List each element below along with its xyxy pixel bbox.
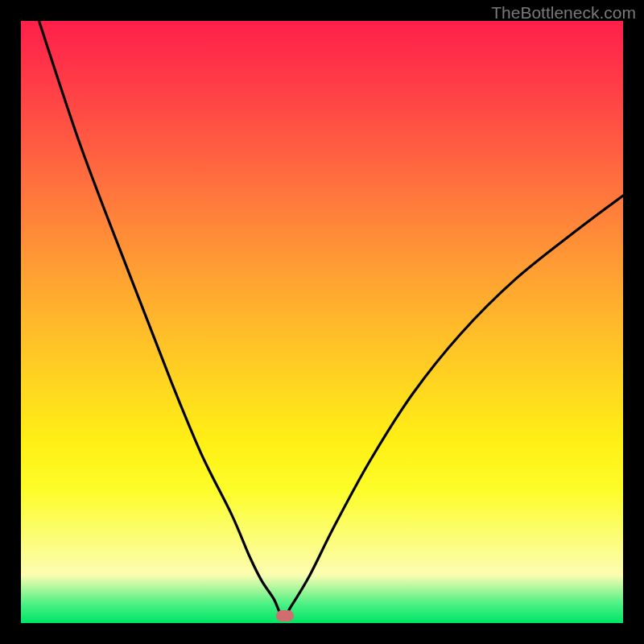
bottleneck-curve <box>21 21 623 623</box>
plot-area <box>21 21 623 623</box>
watermark-text: TheBottleneck.com <box>491 3 636 23</box>
chart-frame: TheBottleneck.com <box>0 0 644 644</box>
optimal-point-marker <box>276 610 294 621</box>
